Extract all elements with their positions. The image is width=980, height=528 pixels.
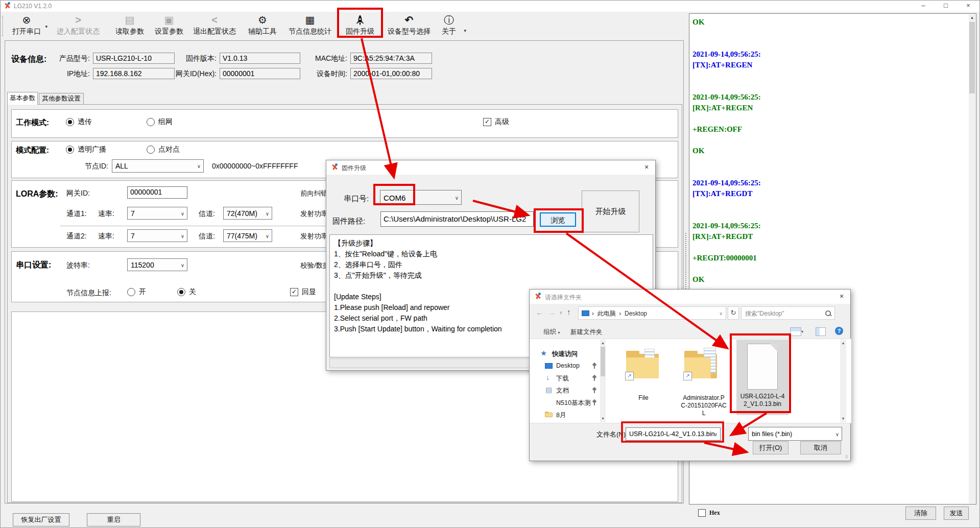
new-folder-button[interactable]: 新建文件夹 bbox=[570, 328, 603, 337]
channel1-rate-combo[interactable]: 7 ∨ bbox=[127, 207, 187, 220]
send-button[interactable]: 发送 bbox=[944, 507, 969, 520]
factory-reset-button[interactable]: 恢复出厂设置 bbox=[13, 513, 69, 526]
file-tile-bin-selected[interactable]: USR-LG210-L-4 2_V1.0.13.bin bbox=[736, 340, 788, 415]
radio-report-off[interactable]: 关 bbox=[177, 287, 196, 297]
scroll-up-icon[interactable]: ▲ bbox=[840, 340, 846, 347]
toolbar-set-params[interactable]: ▣ 设置参数 bbox=[146, 13, 192, 39]
node-id-hint: 0x00000000~0xFFFFFFFF bbox=[212, 162, 298, 170]
scroll-down-icon[interactable]: ▼ bbox=[600, 415, 606, 422]
sidebar-documents[interactable]: ▤文档 bbox=[556, 387, 569, 395]
document-icon: ▤ bbox=[545, 386, 552, 394]
toolbar-device-model[interactable]: ↶ 设备型号选择 bbox=[384, 13, 435, 39]
open-button[interactable]: 打开(O) bbox=[753, 441, 788, 454]
toolbar-aux-tools[interactable]: ⚙ 辅助工具 bbox=[240, 13, 285, 39]
toolbar-enter-config[interactable]: > 进入配置状态 bbox=[53, 13, 104, 39]
sidebar-n510-folder[interactable]: N510基本测 bbox=[556, 399, 590, 407]
scroll-up-icon[interactable]: ▲ bbox=[600, 340, 606, 347]
sidebar-downloads[interactable]: ↓下载 bbox=[556, 374, 569, 383]
filetype-filter-combo[interactable]: bin files (*.bin) ∨ bbox=[748, 427, 842, 441]
resize-grip[interactable]: ⠿ bbox=[845, 454, 848, 460]
com-port-label: 串口号: bbox=[344, 194, 369, 204]
scroll-down-icon[interactable]: ▼ bbox=[840, 415, 846, 422]
scroll-thumb[interactable] bbox=[601, 347, 605, 376]
help-icon[interactable]: ? bbox=[835, 327, 843, 335]
toolbar-about[interactable]: ⓘ ▾ 关于 bbox=[436, 13, 462, 39]
nav-up-icon[interactable]: ↑ bbox=[567, 307, 571, 316]
sidebar-scrollbar[interactable]: ▲ ▼ bbox=[600, 340, 606, 422]
combo-value: 7 bbox=[131, 209, 135, 218]
radio-point-to-point[interactable]: 点对点 bbox=[147, 145, 180, 154]
minimize-button[interactable]: – bbox=[912, 1, 935, 12]
toolbar-open-serial[interactable]: ⊗ ▾ 打开串口 bbox=[4, 13, 50, 39]
preview-pane-icon[interactable] bbox=[816, 327, 826, 338]
channel2-rate-combo[interactable]: 7 ∨ bbox=[127, 229, 187, 242]
log-scrollbar[interactable]: ▲ bbox=[969, 14, 975, 503]
com-port-combo[interactable]: COM6 ∨ bbox=[380, 190, 462, 205]
dialog-title: 固件升级 bbox=[342, 164, 366, 173]
log-output[interactable]: OK 2021-09-14,09:56:25:[TX]:AT+REGEN 202… bbox=[692, 17, 968, 317]
dialog-close-icon[interactable]: × bbox=[638, 160, 655, 175]
browse-button[interactable]: 浏览 bbox=[540, 212, 576, 227]
tab-other-params[interactable]: 其他参数设置 bbox=[39, 93, 84, 105]
file-tile-file-folder[interactable]: ↗ File bbox=[618, 343, 669, 415]
search-box[interactable]: 搜索"Desktop" bbox=[741, 306, 835, 320]
log-line bbox=[692, 167, 968, 178]
node-id-combo[interactable]: ALL ∨ bbox=[112, 159, 204, 173]
file-name: File bbox=[618, 394, 669, 401]
refresh-button[interactable]: ↻ bbox=[728, 306, 739, 320]
checkbox-hex[interactable]: Hex bbox=[698, 509, 720, 517]
log-line bbox=[692, 28, 968, 38]
maximize-button[interactable]: □ bbox=[935, 1, 957, 12]
file-tile-admin-folder[interactable]: ↗ Administrator.P C-20151020FAC L bbox=[677, 343, 730, 421]
nav-back-icon[interactable]: ← bbox=[536, 308, 543, 317]
app-window: LG210 V1.2.0 – □ × ⊗ ▾ 打开串口 > 进入配置状态 ▤ 读… bbox=[0, 0, 980, 528]
log-line bbox=[692, 113, 968, 124]
nav-forward-icon[interactable]: → bbox=[548, 308, 556, 317]
filename-combo[interactable]: USR-LG210-L-42_V1.0.13.bin ∨ bbox=[626, 427, 721, 441]
view-mode-icon[interactable]: ▾ bbox=[790, 327, 803, 338]
breadcrumb[interactable]: › 此电脑 › Desktop bbox=[592, 309, 647, 318]
radio-networking[interactable]: 组网 bbox=[147, 117, 173, 127]
file-name: C-20151020FAC bbox=[677, 402, 730, 409]
toolbar-exit-config[interactable]: < 退出配置状态 bbox=[189, 13, 240, 39]
tab-basic-params[interactable]: 基本参数 bbox=[7, 92, 38, 105]
toolbar-firmware-upgrade[interactable]: 固件升级 bbox=[337, 13, 383, 39]
address-bar[interactable]: › 此电脑 › Desktop ∨ bbox=[578, 306, 726, 320]
chevron-down-icon[interactable]: ∨ bbox=[719, 311, 723, 316]
main-toolbar: ⊗ ▾ 打开串口 > 进入配置状态 ▤ 读取参数 ▣ 设置参数 < 退出配置状态… bbox=[1, 12, 685, 39]
sidebar-quick-access[interactable]: ★快速访问 bbox=[552, 350, 578, 358]
clear-button[interactable]: 清除 bbox=[905, 507, 936, 520]
toolbar-node-stats[interactable]: ▦ 节点信息统计 bbox=[284, 13, 336, 39]
fw-path-label: 固件路径: bbox=[332, 217, 365, 226]
start-upgrade-button[interactable]: 开始升级 bbox=[582, 190, 639, 232]
crumb-this-pc[interactable]: 此电脑 bbox=[597, 310, 616, 317]
toolbox-gear-icon: ⚙ bbox=[240, 13, 285, 27]
checkbox-advanced[interactable]: ✓高级 bbox=[483, 117, 509, 127]
scroll-up-icon[interactable]: ▲ bbox=[969, 14, 975, 21]
channel2-chan-combo[interactable]: 77(475M) ∨ bbox=[223, 229, 272, 242]
baud-combo[interactable]: 115200 ∨ bbox=[127, 258, 187, 271]
sidebar-desktop[interactable]: Desktop bbox=[556, 362, 580, 369]
radio-transparent[interactable]: 透传 bbox=[66, 117, 92, 127]
fw-path-input[interactable]: C:\Users\Administrator\Desktop\USR-LG2 bbox=[380, 211, 534, 227]
chevron-down-icon: ∨ bbox=[266, 210, 269, 216]
radio-transparent-broadcast[interactable]: 透明广播 bbox=[66, 145, 106, 154]
radio-report-on[interactable]: 开 bbox=[127, 287, 146, 297]
dialog-close-icon[interactable]: × bbox=[833, 290, 850, 304]
file-name: USR-LG210-L-4 bbox=[736, 393, 788, 400]
crumb-desktop[interactable]: Desktop bbox=[625, 310, 647, 317]
close-button[interactable]: × bbox=[957, 1, 979, 12]
channel1-chan-combo[interactable]: 72(470M) ∨ bbox=[223, 207, 272, 220]
checkbox-echo[interactable]: ✓回显 bbox=[290, 287, 316, 297]
restart-button[interactable]: 重启 bbox=[87, 513, 140, 526]
nav-history-icon[interactable]: ∨ bbox=[559, 310, 563, 315]
log-line bbox=[692, 242, 968, 253]
toolbar-label: 辅助工具 bbox=[240, 27, 285, 36]
organize-menu[interactable]: 组织 ▾ bbox=[543, 328, 560, 337]
cancel-button[interactable]: 取消 bbox=[800, 441, 841, 454]
chan-label: 信道: bbox=[199, 209, 215, 219]
filelist-scrollbar[interactable]: ▲ ▼ bbox=[840, 340, 846, 422]
sidebar-august-folder[interactable]: 8月 bbox=[556, 411, 566, 420]
gateway-id-input[interactable]: 00000001 bbox=[127, 186, 187, 199]
scroll-thumb[interactable] bbox=[969, 22, 975, 93]
